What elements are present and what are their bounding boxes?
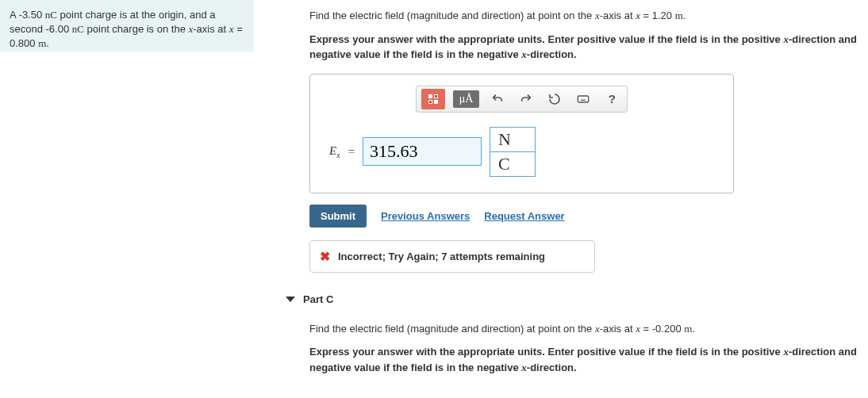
text: Express your answer with the appropriate… <box>309 346 783 358</box>
problem-text: A -3.50 <box>10 9 45 21</box>
keyboard-icon[interactable] <box>573 89 593 109</box>
text: = -0.200 <box>640 323 684 335</box>
unit-fraction[interactable]: N C <box>490 127 536 177</box>
partc-instruction: Express your answer with the appropriate… <box>309 344 860 375</box>
unit-nc: nC <box>72 23 84 35</box>
equation-toolbar: μÅ ? <box>416 86 628 113</box>
text: = 1.20 <box>640 10 675 21</box>
action-row: Submit Previous Answers Request Answer <box>309 205 860 228</box>
units-button[interactable]: μÅ <box>453 90 480 108</box>
problem-text: . <box>46 37 49 49</box>
unit-denominator[interactable]: C <box>490 152 535 176</box>
text: Express your answer with the appropriate… <box>309 33 783 45</box>
text: -axis at <box>600 10 636 21</box>
feedback-box: ✖ Incorrect; Try Again; 7 attempts remai… <box>309 240 595 273</box>
svg-rect-0 <box>578 96 589 102</box>
previous-answers-link[interactable]: Previous Answers <box>381 210 470 222</box>
partb-instruction: Express your answer with the appropriate… <box>309 32 860 63</box>
partc-question: Find the electric field (magnitude and d… <box>309 321 860 337</box>
text: -direction. <box>527 362 577 373</box>
problem-text: point charge is on the <box>84 23 189 35</box>
text: . <box>692 323 695 335</box>
text: Find the electric field (magnitude and d… <box>309 323 595 335</box>
help-icon[interactable]: ? <box>601 89 622 109</box>
answer-row: Ex = N C <box>321 127 722 177</box>
request-answer-link[interactable]: Request Answer <box>484 210 564 222</box>
text: . <box>683 10 686 21</box>
submit-button[interactable]: Submit <box>309 205 367 228</box>
redo-icon[interactable] <box>516 89 536 109</box>
unit-nc: nC <box>45 9 57 21</box>
incorrect-icon: ✖ <box>320 249 330 264</box>
problem-text: -axis at <box>193 23 229 35</box>
text: -axis at <box>600 323 636 335</box>
answer-value-input[interactable] <box>363 137 482 166</box>
partc-title: Part C <box>303 293 333 305</box>
collapse-icon[interactable] <box>286 297 295 302</box>
templates-button[interactable] <box>421 89 445 109</box>
variable-label: Ex <box>329 144 340 159</box>
answer-input-box: μÅ ? Ex = N C <box>309 74 734 193</box>
unit-m: m <box>675 10 683 21</box>
problem-statement: A -3.50 nC point charge is at the origin… <box>0 0 254 52</box>
equals-sign: = <box>348 145 355 159</box>
reset-icon[interactable] <box>544 89 565 109</box>
unit-m: m <box>38 37 46 49</box>
partc-header[interactable]: Part C <box>286 293 860 305</box>
partb-question: Find the electric field (magnitude and d… <box>309 8 860 24</box>
unit-numerator[interactable]: N <box>490 128 535 152</box>
feedback-text: Incorrect; Try Again; 7 attempts remaini… <box>338 251 545 262</box>
unit-m: m <box>684 323 692 335</box>
text: -direction. <box>527 48 577 60</box>
answer-area: Find the electric field (magnitude and d… <box>254 0 868 398</box>
undo-icon[interactable] <box>487 89 508 109</box>
text: Find the electric field (magnitude and d… <box>309 10 595 21</box>
